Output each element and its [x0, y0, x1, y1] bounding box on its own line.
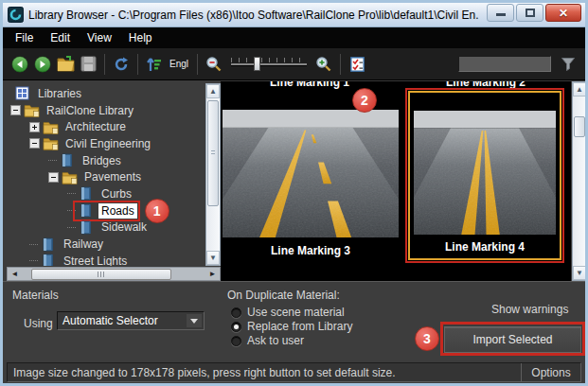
tree-item-core: Curbs: [76, 186, 134, 202]
filter-icon: [561, 57, 576, 71]
road-thumbnail-image: [223, 110, 399, 241]
radio-ask-to-user[interactable]: Ask to user: [231, 334, 304, 347]
book-icon: [41, 237, 57, 252]
radio-use-scene-material[interactable]: Use scene material: [231, 306, 345, 319]
radio-label: Use scene material: [247, 306, 345, 319]
folder-icon: [43, 120, 59, 134]
close-icon: ✕: [546, 5, 580, 21]
thumb-scroll-thumb[interactable]: [574, 116, 585, 137]
zoom-slider[interactable]: [229, 55, 309, 74]
collapse-icon[interactable]: [10, 105, 21, 115]
forward-button[interactable]: [32, 54, 53, 75]
zoom-out-button[interactable]: [204, 54, 224, 75]
scroll-up-button[interactable]: ▲: [573, 82, 586, 96]
close-button[interactable]: ✕: [545, 4, 581, 22]
zoom-in-icon: [315, 56, 332, 73]
tree-item-label: Pavements: [81, 169, 144, 184]
tree-vertical-scrollbar[interactable]: ▲ ▼: [205, 83, 221, 266]
collapse-icon[interactable]: [29, 138, 40, 149]
expand-icon[interactable]: [29, 122, 40, 132]
scroll-right-button[interactable]: ►: [205, 268, 220, 280]
expander-line: [34, 125, 35, 130]
tree-item-pavements[interactable]: Pavements: [7, 168, 205, 185]
tree-item-core: Civil Engineering: [40, 136, 153, 151]
tree-item-label: Railway: [61, 237, 106, 252]
app-icon: [8, 7, 24, 23]
radio-replace-from-library[interactable]: Replace from Library: [231, 320, 352, 333]
tree-scroll-thumb[interactable]: [207, 100, 219, 206]
tree-hscroll-thumb[interactable]: [31, 269, 171, 280]
collapse-icon[interactable]: [48, 172, 59, 183]
menu-item-file[interactable]: File: [7, 28, 42, 47]
save-button[interactable]: [78, 54, 98, 75]
scroll-left-button[interactable]: ◄: [8, 268, 22, 280]
tree-item-label: Curbs: [98, 186, 134, 202]
tree-item-core: Architecture: [40, 119, 129, 134]
toolbar-separator: [137, 54, 138, 75]
sort-button[interactable]: [144, 54, 165, 75]
tree-item-civil-engineering[interactable]: Civil Engineering: [7, 135, 205, 152]
title-bar[interactable]: Library Browser - C:\Program Files (x86)…: [3, 3, 585, 27]
options-button[interactable]: Options: [522, 366, 580, 379]
radio-button-icon: [231, 336, 241, 346]
book-icon: [79, 186, 95, 201]
back-button[interactable]: [9, 54, 30, 75]
maximize-button[interactable]: [516, 4, 543, 22]
selector-value: Automatic Selector: [62, 314, 158, 327]
slider-ticks: [231, 58, 307, 62]
expander-line: [32, 143, 37, 144]
annotation-circle-2: 2: [352, 88, 377, 113]
open-library-button[interactable]: [55, 54, 76, 75]
tree-item-label: Sidewalk: [98, 219, 150, 235]
menu-item-help[interactable]: Help: [120, 28, 161, 47]
menu-item-view[interactable]: View: [79, 28, 120, 47]
tree-connector: [29, 260, 38, 261]
tree-item-core: Sidewalk: [76, 219, 150, 235]
tree-item-street-lights[interactable]: Street Lights: [7, 253, 205, 266]
thumbnail-panel: Line Marking 1Line Marking 2Line Marking…: [221, 81, 571, 281]
radio-button-icon: [231, 307, 241, 318]
dropdown-arrow: [187, 314, 202, 327]
scroll-up-button[interactable]: ▲: [206, 84, 220, 98]
menu-bar: FileEditViewHelp: [3, 27, 585, 48]
folder-open-icon: [62, 170, 78, 184]
annotation-circle-3: 3: [415, 326, 439, 351]
thumbnail-line-marking-4-selected[interactable]: Line Marking 4: [408, 91, 561, 260]
material-selector-dropdown[interactable]: Automatic Selector: [57, 311, 205, 330]
checklist-icon: [350, 57, 365, 72]
back-icon: [11, 56, 28, 73]
checklist-button[interactable]: [347, 54, 367, 75]
tree-header-label: Libraries: [35, 86, 84, 101]
toolbar: Engl: [3, 48, 585, 80]
scroll-down-button[interactable]: ▼: [573, 266, 586, 280]
scroll-track[interactable]: [22, 269, 205, 280]
filter-button[interactable]: [558, 54, 579, 75]
tree-item-railway[interactable]: Railway: [7, 236, 205, 253]
tree-item-architecture[interactable]: Architecture: [7, 118, 205, 135]
tree-item-label: RailClone Library: [44, 103, 136, 118]
tree-horizontal-scrollbar[interactable]: ◄ ►: [7, 267, 221, 281]
zoom-in-button[interactable]: [313, 54, 334, 75]
thumbnail-line-marking-3[interactable]: Line Marking 3: [223, 110, 399, 257]
thumbnail-label: Line Marking 3: [223, 244, 399, 257]
radio-button-icon: [231, 322, 241, 332]
window-title: Library Browser - C:\Program Files (x86)…: [28, 9, 479, 22]
thumbnail-vertical-scrollbar[interactable]: ▲ ▼: [572, 81, 587, 281]
language-label[interactable]: Engl: [166, 59, 192, 69]
slider-thumb[interactable]: [254, 57, 260, 71]
minimize-button[interactable]: [487, 4, 514, 22]
tree-item-roads[interactable]: Roads1: [7, 202, 205, 219]
maximize-icon: [526, 9, 535, 17]
annotation-box-2: Line Marking 4: [405, 88, 564, 263]
scroll-down-button[interactable]: ▼: [206, 251, 220, 265]
tree-item-curbs[interactable]: Curbs: [7, 185, 205, 202]
tree-item-railclone-library[interactable]: RailClone Library: [7, 102, 205, 119]
tree-item-bridges[interactable]: Bridges: [7, 152, 205, 169]
annotation-box-3: [440, 322, 585, 356]
save-icon: [80, 56, 97, 72]
refresh-button[interactable]: [111, 54, 132, 75]
search-input[interactable]: [458, 56, 551, 72]
tree-item-sidewalk[interactable]: Sidewalk: [7, 219, 205, 237]
menu-item-edit[interactable]: Edit: [42, 28, 79, 47]
tree-item-core: Roads1: [76, 203, 137, 219]
